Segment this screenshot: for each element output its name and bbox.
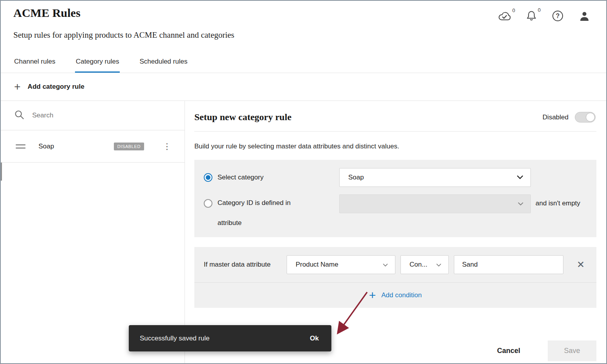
- attribute-select-disabled[interactable]: [339, 194, 531, 213]
- category-selection-box: Select category Soap Category ID is defi…: [194, 160, 596, 237]
- category-select[interactable]: Soap: [339, 168, 531, 187]
- chevron-down-icon: [436, 261, 441, 269]
- toast-ok-button[interactable]: Ok: [310, 335, 319, 342]
- scrollbar-thumb[interactable]: [1, 163, 2, 181]
- search-row: [1, 101, 185, 130]
- cancel-button[interactable]: Cancel: [497, 347, 520, 355]
- select-category-label: Select category: [218, 174, 263, 181]
- chevron-down-icon: [383, 261, 388, 269]
- search-icon: [14, 110, 24, 121]
- header: ACME Rules 0 0 ? Setup rules for applyin…: [1, 1, 606, 73]
- plus-icon: +: [14, 81, 20, 92]
- disabled-toggle-label: Disabled: [543, 113, 569, 121]
- condition-operator-value: Con...: [410, 261, 427, 269]
- chevron-down-icon: [518, 200, 523, 208]
- toggle-knob: [586, 113, 595, 122]
- toast-message: Successfully saved rule: [140, 335, 210, 342]
- category-id-attribute-row: Category ID is defined in attribute and …: [204, 194, 587, 227]
- notifications-count-badge: 0: [538, 7, 541, 13]
- page-title: ACME Rules: [13, 6, 80, 20]
- tasks-count-badge: 0: [512, 7, 515, 13]
- select-category-row: Select category Soap: [204, 168, 587, 187]
- condition-value-input[interactable]: [454, 255, 563, 274]
- rule-editor-panel: Setup new category rule Disabled Build y…: [185, 101, 606, 364]
- plus-icon: +: [369, 289, 376, 301]
- rule-name: Soap: [38, 143, 54, 150]
- status-badge: DISABLED: [114, 143, 144, 150]
- search-input[interactable]: [32, 112, 162, 119]
- svg-text:?: ?: [556, 13, 560, 19]
- help-icon[interactable]: ?: [552, 10, 563, 22]
- remove-condition-icon[interactable]: ✕: [574, 259, 587, 270]
- tab-category-rules[interactable]: Category rules: [75, 58, 120, 73]
- category-id-label: Category ID is defined in attribute: [218, 199, 291, 227]
- condition-operator-select[interactable]: Con...: [400, 255, 449, 274]
- tab-channel-rules[interactable]: Channel rules: [13, 58, 56, 73]
- disabled-toggle[interactable]: [575, 112, 596, 123]
- condition-prefix-label: If master data attribute: [204, 261, 282, 269]
- rule-description: Build your rule by selecting master data…: [194, 143, 596, 150]
- category-id-radio[interactable]: [204, 199, 212, 208]
- user-profile-icon[interactable]: [579, 11, 590, 21]
- add-condition-label: Add condition: [381, 291, 422, 299]
- category-select-value: Soap: [348, 174, 364, 181]
- toast-notification: Successfully saved rule Ok: [129, 325, 331, 351]
- chevron-down-icon: [517, 174, 523, 181]
- isnt-empty-suffix: and isn't empty: [536, 194, 580, 207]
- condition-row: If master data attribute Product Name Co…: [194, 247, 596, 282]
- rule-editor-title: Setup new category rule: [194, 112, 291, 123]
- select-category-radio[interactable]: [204, 173, 212, 182]
- footer-actions: Cancel Save: [497, 340, 596, 361]
- rule-list-item-soap[interactable]: Soap DISABLED ⋮: [1, 130, 185, 163]
- kebab-menu-icon[interactable]: ⋮: [161, 141, 174, 152]
- save-button[interactable]: Save: [548, 340, 596, 361]
- drag-handle-icon[interactable]: [16, 145, 26, 148]
- add-category-rule-label: Add category rule: [27, 83, 84, 91]
- app-window: ACME Rules 0 0 ? Setup rules for applyin…: [0, 0, 607, 364]
- condition-attribute-select[interactable]: Product Name: [287, 255, 395, 274]
- add-condition-button[interactable]: + Add condition: [194, 283, 596, 308]
- page-subtitle: Setup rules for applying products to ACM…: [13, 30, 594, 40]
- tasks-cloud-icon[interactable]: 0: [498, 11, 511, 21]
- tab-bar: Channel rules Category rules Scheduled r…: [13, 58, 188, 73]
- condition-attribute-value: Product Name: [296, 261, 338, 269]
- notifications-bell-icon[interactable]: 0: [527, 11, 536, 21]
- add-category-rule-button[interactable]: + Add category rule: [1, 73, 606, 101]
- rules-list-panel: Soap DISABLED ⋮: [1, 101, 185, 364]
- header-icon-bar: 0 0 ?: [498, 10, 590, 22]
- condition-box: If master data attribute Product Name Co…: [194, 247, 596, 308]
- tab-scheduled-rules[interactable]: Scheduled rules: [139, 58, 188, 73]
